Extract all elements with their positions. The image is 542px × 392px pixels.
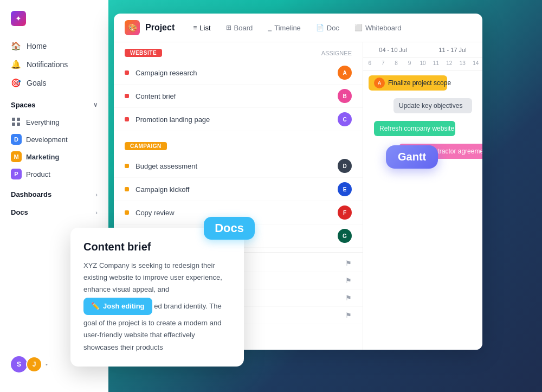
logo-icon: ✦: [11, 11, 26, 26]
task-name: Promotion landing page: [136, 115, 333, 124]
docs-section: Docs ›: [0, 201, 108, 219]
board-icon: ⊞: [226, 24, 231, 31]
task-row[interactable]: Promotion landing page C: [114, 108, 363, 131]
sidebar-item-marketing[interactable]: M Marketing: [0, 148, 108, 165]
sidebar-item-label: Development: [26, 136, 68, 144]
sidebar-item-everything[interactable]: Everything: [0, 113, 108, 131]
tab-whiteboard[interactable]: ⬜ Whiteboard: [347, 21, 409, 35]
gantt-bar-finalize[interactable]: A Finalize project scope: [369, 75, 447, 91]
docs-panel-title: Content brief: [83, 241, 231, 253]
task-avatar: B: [338, 89, 352, 103]
user-avatar-2: J: [26, 356, 42, 372]
app-logo: ✦: [0, 11, 108, 37]
sidebar-item-goals[interactable]: 🎯 Goals: [0, 74, 108, 92]
bell-icon: 🔔: [11, 60, 21, 69]
home-icon: 🏠: [11, 41, 21, 51]
sidebar-item-label: Everything: [26, 118, 59, 126]
task-name: Campaign research: [136, 69, 333, 77]
task-indicator: [125, 187, 129, 191]
flag-icon: ⚑: [345, 259, 352, 267]
gantt-bar-row: Refresh company website: [366, 121, 479, 138]
task-avatar: C: [338, 112, 352, 126]
gantt-day: 6: [363, 60, 376, 66]
gantt-day: 14: [469, 60, 482, 66]
tab-board[interactable]: ⊞ Board: [218, 21, 261, 35]
gantt-day: 10: [416, 60, 429, 66]
task-name: Content brief: [136, 92, 333, 100]
task-indicator: [125, 70, 129, 75]
josh-editing-bar[interactable]: ✏️ Josh editing: [83, 298, 152, 315]
task-row[interactable]: Content brief B: [114, 85, 363, 108]
gantt-bar-row: A Finalize project scope: [366, 75, 479, 93]
sidebar-item-product[interactable]: P Product: [0, 165, 108, 183]
docs-float-label: Docs: [204, 217, 255, 240]
project-title: Project: [145, 23, 175, 33]
product-icon: P: [11, 169, 22, 179]
project-icon: 🎨: [125, 20, 140, 35]
whiteboard-icon: ⬜: [354, 24, 363, 31]
main-header: 🎨 Project ≡ List ⊞ Board ⎯ Timeline 📄 Do…: [114, 14, 482, 42]
gantt-bar-refresh[interactable]: Refresh company website: [374, 121, 455, 136]
gantt-float-label: Gantt: [386, 145, 438, 169]
gantt-day: 11: [429, 60, 442, 66]
task-avatar: F: [338, 205, 352, 220]
task-row[interactable]: Campaign research A: [114, 61, 363, 85]
gantt-header: 04 - 10 Jul 11 - 17 Jul: [363, 42, 482, 58]
spaces-section-title: Spaces ∨: [0, 92, 108, 113]
task-avatar: E: [338, 182, 352, 196]
task-indicator: [125, 210, 129, 215]
task-row[interactable]: Budget assessment D: [114, 155, 363, 178]
gantt-bar-row: Update key objectives: [366, 98, 479, 115]
task-avatar: G: [338, 229, 352, 243]
gantt-day: 12: [443, 60, 456, 66]
tab-doc[interactable]: 📄 Doc: [308, 21, 347, 35]
sidebar-item-label: Notifications: [27, 60, 68, 69]
gantt-week-2: 11 - 17 Jul: [423, 47, 482, 53]
sidebar-item-home[interactable]: 🏠 Home: [0, 37, 108, 55]
website-badge: WEBSITE: [125, 49, 162, 57]
sidebar-item-label: Home: [27, 42, 47, 50]
gantt-bar-objectives[interactable]: Update key objectives: [393, 98, 472, 113]
task-name: Campaign kickoff: [136, 185, 333, 194]
gantt-day: 13: [456, 60, 469, 66]
gantt-days: 6 7 8 9 10 11 12 13 14: [363, 58, 482, 71]
sidebar-item-label: Goals: [27, 79, 47, 87]
flag-icon: ⚑: [345, 277, 352, 285]
gantt-week-1: 04 - 10 Jul: [363, 47, 423, 53]
user-avatar[interactable]: S: [11, 356, 27, 372]
sidebar-item-label: Product: [26, 170, 50, 178]
tab-timeline[interactable]: ⎯ Timeline: [260, 21, 308, 35]
everything-icon: [11, 117, 22, 127]
campaign-badge: CAMPAIGN: [125, 142, 167, 150]
flag-icon: ⚑: [345, 294, 352, 302]
task-name: Budget assessment: [136, 162, 333, 170]
docs-body-text: XYZ Company is seeking to redesign their…: [83, 260, 231, 354]
nav-tabs: ≡ List ⊞ Board ⎯ Timeline 📄 Doc ⬜ Whiteb…: [185, 21, 409, 35]
dashboards-chevron: ›: [95, 191, 98, 198]
task-indicator: [125, 117, 129, 121]
gantt-day: 8: [390, 60, 403, 66]
sidebar-item-label: Marketing: [26, 153, 59, 161]
pencil-icon: ✏️: [91, 300, 100, 312]
dashboards-section: Dashboards ›: [0, 183, 108, 201]
chevron-icon: ∨: [93, 101, 98, 108]
list-icon: ≡: [193, 24, 197, 31]
task-indicator: [125, 164, 129, 168]
user-status-dot: •: [46, 361, 48, 368]
doc-icon: 📄: [316, 24, 324, 31]
sidebar-item-development[interactable]: D Development: [0, 131, 108, 148]
task-row[interactable]: Campaign kickoff E: [114, 178, 363, 201]
campaign-section-header: CAMPAIGN: [114, 136, 363, 155]
gantt-panel: 04 - 10 Jul 11 - 17 Jul 6 7 8 9 10 11 12…: [363, 42, 482, 350]
gantt-day: 9: [403, 60, 416, 66]
marketing-icon: M: [11, 151, 22, 162]
task-avatar: D: [338, 159, 352, 173]
goals-icon: 🎯: [11, 78, 21, 88]
task-avatar: A: [338, 66, 352, 80]
bar-avatar: A: [374, 78, 385, 88]
website-section-header: WEBSITE ASSIGNEE: [114, 42, 363, 61]
flag-icon: ⚑: [345, 311, 352, 319]
sidebar-item-notifications[interactable]: 🔔 Notifications: [0, 55, 108, 74]
task-indicator: [125, 94, 129, 98]
tab-list[interactable]: ≡ List: [185, 21, 218, 35]
